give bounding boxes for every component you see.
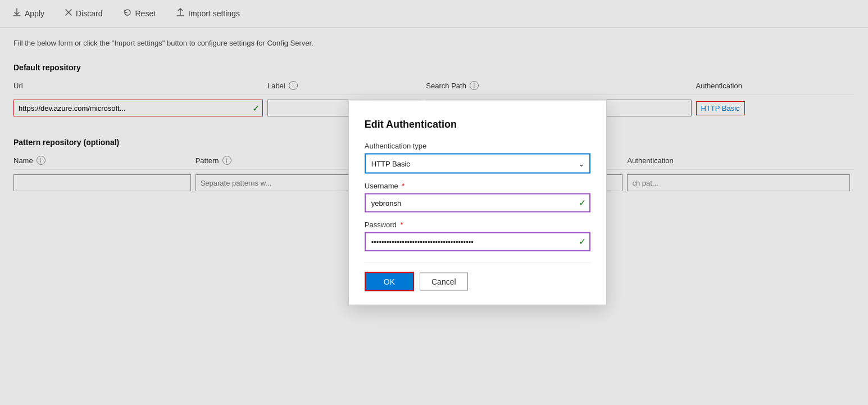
password-required-star: * (400, 220, 403, 224)
username-required-star: * (402, 182, 405, 190)
auth-type-wrapper: HTTP Basic SSH None ⌄ (365, 154, 590, 174)
username-label: Username * (365, 182, 590, 190)
username-input[interactable] (365, 194, 590, 213)
auth-type-label: Authentication type (365, 142, 590, 150)
edit-auth-modal: Edit Authentication Authentication type … (348, 100, 607, 224)
username-check-icon: ✓ (579, 197, 586, 208)
username-wrapper: ✓ (365, 194, 590, 213)
modal-title: Edit Authentication (365, 119, 590, 130)
auth-type-select[interactable]: HTTP Basic SSH None (365, 154, 590, 174)
password-label: Password * (365, 220, 590, 224)
